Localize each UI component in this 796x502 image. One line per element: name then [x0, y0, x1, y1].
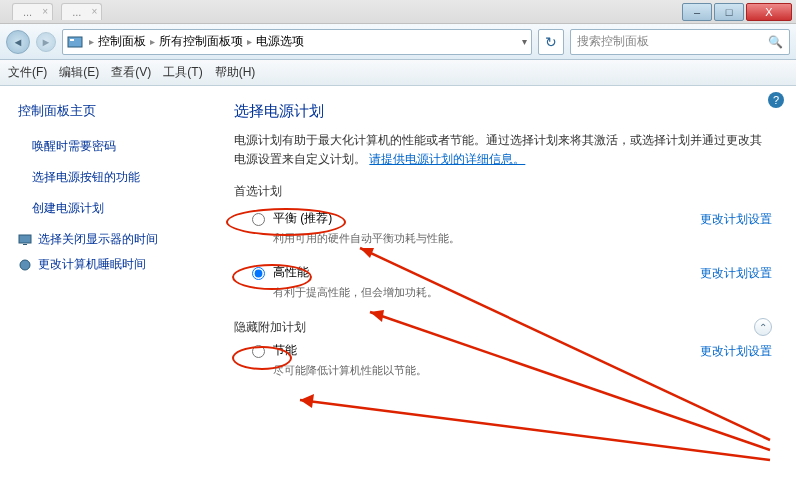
collapse-button[interactable]: ⌃: [754, 318, 772, 336]
menu-file[interactable]: 文件(F): [8, 64, 47, 81]
plan-balanced-radio[interactable]: [252, 213, 265, 226]
crumb-leaf[interactable]: 电源选项: [254, 33, 306, 50]
plan-saver-radio[interactable]: [252, 345, 265, 358]
back-button[interactable]: ◄: [6, 30, 30, 54]
change-plan-link[interactable]: 更改计划设置: [700, 265, 772, 282]
change-plan-link[interactable]: 更改计划设置: [700, 343, 772, 360]
svg-rect-0: [68, 37, 82, 47]
plan-high-perf-desc: 有利于提高性能，但会增加功耗。: [273, 285, 688, 300]
search-icon: 🔍: [768, 35, 783, 49]
crumb-mid[interactable]: 所有控制面板项: [157, 33, 245, 50]
control-panel-icon: [67, 34, 83, 50]
chevron-down-icon[interactable]: ▾: [522, 36, 527, 47]
close-button[interactable]: X: [746, 3, 792, 21]
sidebar-home[interactable]: 控制面板主页: [18, 102, 207, 120]
browser-tab[interactable]: ...×: [12, 3, 53, 20]
breadcrumb[interactable]: ▸ 控制面板 ▸ 所有控制面板项 ▸ 电源选项 ▾: [62, 29, 532, 55]
sidebar-item-sleep[interactable]: 更改计算机睡眠时间: [18, 252, 207, 277]
monitor-icon: [18, 233, 32, 247]
plan-high-perf-radio[interactable]: [252, 267, 265, 280]
page-title: 选择电源计划: [234, 102, 772, 121]
sleep-icon: [18, 258, 32, 272]
plan-saver-desc: 尽可能降低计算机性能以节能。: [273, 363, 688, 378]
page-description: 电源计划有助于最大化计算机的性能或者节能。通过选择计划来将其激活，或选择计划并通…: [234, 131, 772, 169]
menu-tools[interactable]: 工具(T): [163, 64, 202, 81]
help-icon[interactable]: ?: [768, 92, 784, 108]
plan-balanced-desc: 利用可用的硬件自动平衡功耗与性能。: [273, 231, 688, 246]
search-input[interactable]: 搜索控制面板 🔍: [570, 29, 790, 55]
sidebar-item-create[interactable]: 创建电源计划: [18, 196, 207, 221]
sidebar-item-display[interactable]: 选择关闭显示器的时间: [18, 227, 207, 252]
maximize-button[interactable]: □: [714, 3, 744, 21]
plan-balanced-name: 平衡 (推荐): [273, 210, 688, 227]
sidebar-item-password[interactable]: 唤醒时需要密码: [18, 134, 207, 159]
browser-tab[interactable]: ...×: [61, 3, 102, 20]
close-icon[interactable]: ×: [42, 6, 48, 17]
svg-rect-2: [19, 235, 31, 243]
minimize-button[interactable]: –: [682, 3, 712, 21]
menu-edit[interactable]: 编辑(E): [59, 64, 99, 81]
crumb-root[interactable]: 控制面板: [96, 33, 148, 50]
close-icon[interactable]: ×: [92, 6, 98, 17]
svg-point-4: [20, 260, 30, 270]
change-plan-link[interactable]: 更改计划设置: [700, 211, 772, 228]
svg-rect-1: [70, 39, 74, 41]
refresh-button[interactable]: ↻: [538, 29, 564, 55]
plan-high-perf-name: 高性能: [273, 264, 688, 281]
hidden-plans-heading: 隐藏附加计划: [234, 319, 754, 336]
plan-saver-name: 节能: [273, 342, 688, 359]
sidebar-item-button[interactable]: 选择电源按钮的功能: [18, 165, 207, 190]
forward-button[interactable]: ►: [36, 32, 56, 52]
menu-help[interactable]: 帮助(H): [215, 64, 256, 81]
search-placeholder: 搜索控制面板: [577, 33, 649, 50]
details-link[interactable]: 请提供电源计划的详细信息。: [369, 152, 525, 166]
menu-view[interactable]: 查看(V): [111, 64, 151, 81]
svg-rect-3: [23, 244, 27, 245]
preferred-plans-heading: 首选计划: [234, 183, 772, 200]
